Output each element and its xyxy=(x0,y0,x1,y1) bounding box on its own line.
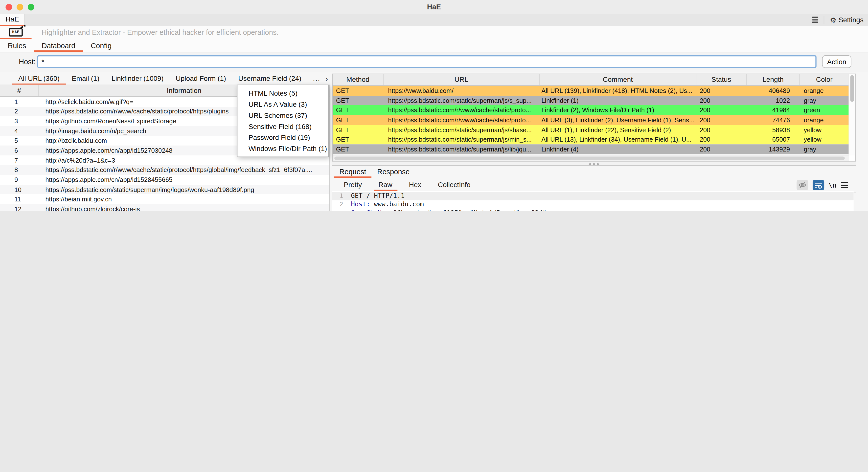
row-number: 8 xyxy=(0,167,39,173)
tab-response[interactable]: Response xyxy=(372,166,415,178)
editor-menu-icon[interactable] xyxy=(841,182,848,188)
row-url: http://bzclk.baidu.com xyxy=(39,137,107,144)
hae-logo-tab[interactable]: HAE xyxy=(0,26,32,39)
data-tab-email-1[interactable]: Email (1) xyxy=(65,72,105,85)
cell-url: https://pss.bdstatic.com/static/superman… xyxy=(383,136,539,143)
request-table-vscrollbar[interactable] xyxy=(849,74,856,156)
row-url: https://github.com/RonenNess/ExpiredStor… xyxy=(39,118,176,125)
extension-tabbar: HaE ⚙ Settings xyxy=(0,14,868,27)
tab-request[interactable]: Request xyxy=(334,166,372,178)
cell-method: GET xyxy=(333,136,383,143)
tab-rules[interactable]: Rules xyxy=(0,39,34,53)
tab-collectinfo[interactable]: CollectInfo xyxy=(433,178,475,192)
row-number: 6 xyxy=(0,147,39,154)
menu-item-password-field-19[interactable]: Password Field (19) xyxy=(238,132,328,143)
titlebar: HaE xyxy=(0,0,868,14)
request-table-hscrollbar[interactable] xyxy=(333,155,849,161)
cell-length: 1022 xyxy=(747,97,800,104)
format-bar-icons: \n xyxy=(796,180,848,191)
request-row[interactable]: GEThttps://pss.bdstatic.com/static/super… xyxy=(333,135,849,144)
cell-url: https://pss.bdstatic.com/static/superman… xyxy=(383,146,539,153)
cell-length: 58938 xyxy=(747,127,800,133)
right-panel: MethodURLCommentStatusLengthColor GEThtt… xyxy=(332,72,868,211)
column-header-number[interactable]: # xyxy=(0,85,39,96)
table-row[interactable]: 10https://pss.bdstatic.com/static/superm… xyxy=(0,184,330,194)
column-header-method[interactable]: Method xyxy=(333,74,383,85)
data-tab-username-field-24[interactable]: Username Field (24) xyxy=(232,72,307,85)
overflow-arrow-icon[interactable]: › xyxy=(326,74,328,83)
newline-toggle[interactable]: \n xyxy=(829,181,836,189)
menu-item-url-as-a-value-3[interactable]: URL As A Value (3) xyxy=(238,99,328,110)
cell-status: 200 xyxy=(696,87,747,94)
tabbar-right: ⚙ Settings xyxy=(812,14,864,26)
column-header-url[interactable]: URL xyxy=(383,74,539,85)
request-table-rows: GEThttps://www.baidu.com/All URL (139), … xyxy=(333,86,849,154)
row-number: 11 xyxy=(0,196,39,203)
column-header-comment[interactable]: Comment xyxy=(540,74,696,85)
column-header-length[interactable]: Length xyxy=(747,74,800,85)
request-editor[interactable]: 1GET / HTTP/1.12Host: www.baidu.com3Sec-… xyxy=(332,191,854,211)
cell-color: yellow xyxy=(800,136,849,143)
cell-comment: All URL (139), Linkfinder (418), HTML No… xyxy=(540,87,696,94)
request-row[interactable]: GEThttps://pss.bdstatic.com/r/www/cache/… xyxy=(333,115,849,125)
request-row[interactable]: GEThttps://pss.bdstatic.com/r/www/cache/… xyxy=(333,105,849,115)
row-url: https://apps.apple.com/cn/app/id15284556… xyxy=(39,176,173,183)
hae-logo-pixels xyxy=(22,26,23,28)
column-header-status[interactable]: Status xyxy=(696,74,747,85)
tagline: Highlighter and Extractor - Empower ethi… xyxy=(41,26,279,39)
dock-icon[interactable] xyxy=(812,16,818,23)
panel-splitter[interactable] xyxy=(332,162,856,166)
data-type-tabs: All URL (360)Email (1)Linkfinder (1009)U… xyxy=(0,72,330,85)
row-url: http://image.baidu.com/n/pc_search xyxy=(39,128,146,134)
action-button[interactable]: Action xyxy=(822,55,851,68)
row-url: https://apps.apple.com/cn/app/id15270302… xyxy=(39,147,173,154)
request-row[interactable]: GEThttps://www.baidu.com/All URL (139), … xyxy=(333,86,849,96)
data-tab-linkfinder-1009[interactable]: Linkfinder (1009) xyxy=(105,72,169,85)
cell-status: 200 xyxy=(696,146,747,153)
menu-item-url-schemes-37[interactable]: URL Schemes (37) xyxy=(238,110,328,121)
request-row[interactable]: GEThttps://pss.bdstatic.com/static/super… xyxy=(333,144,849,155)
column-header-color[interactable]: Color xyxy=(800,74,849,85)
hide-nonprintable-icon[interactable] xyxy=(796,180,808,191)
cell-length: 65007 xyxy=(747,136,800,143)
table-row[interactable]: 8https://pss.bdstatic.com/r/www/cache/st… xyxy=(0,165,330,175)
table-row[interactable]: 12https://github.com/zloirock/core-js xyxy=(0,204,330,211)
cell-url: https://pss.bdstatic.com/static/superman… xyxy=(383,97,539,104)
tab-hae[interactable]: HaE xyxy=(0,14,25,26)
banner: HAE Highlighter and Extractor - Empower … xyxy=(0,26,868,40)
row-number: 1 xyxy=(0,98,39,105)
cell-comment: Linkfinder (4) xyxy=(540,146,696,153)
menu-item-html-notes-5[interactable]: HTML Notes (5) xyxy=(238,88,328,99)
tab-databoard[interactable]: Databoard xyxy=(34,39,83,53)
viewer-tabs: RequestResponse xyxy=(332,166,415,178)
cell-method: GET xyxy=(333,97,383,104)
row-number: 3 xyxy=(0,118,39,125)
line-number: 2 xyxy=(332,200,343,209)
cell-color: orange xyxy=(800,87,849,94)
overflow-ellipsis-icon[interactable]: ... xyxy=(313,75,320,82)
data-tab-upload-form-1[interactable]: Upload Form (1) xyxy=(169,72,232,85)
cell-comment: All URL (3), Linkfinder (2), Username Fi… xyxy=(540,116,696,123)
request-table-header: MethodURLCommentStatusLengthColor xyxy=(333,74,849,86)
module-tabs: RulesDataboardConfig xyxy=(0,39,868,53)
tab-config[interactable]: Config xyxy=(83,39,119,53)
menu-item-sensitive-field-168[interactable]: Sensitive Field (168) xyxy=(238,121,328,132)
data-tab-all-url-360[interactable]: All URL (360) xyxy=(12,72,65,85)
request-row[interactable]: GEThttps://pss.bdstatic.com/static/super… xyxy=(333,125,849,135)
settings-button[interactable]: ⚙ Settings xyxy=(830,16,864,24)
tab-pretty[interactable]: Pretty xyxy=(339,178,367,192)
cell-url: https://pss.bdstatic.com/r/www/cache/sta… xyxy=(383,116,539,123)
host-input[interactable] xyxy=(37,55,816,68)
header-value: "Chromium";v="125", "Not.A/Brand";v="24" xyxy=(389,209,546,211)
row-number: 12 xyxy=(0,206,39,211)
table-row[interactable]: 9https://apps.apple.com/cn/app/id1528455… xyxy=(0,175,330,184)
menu-item-windows-file-dir-path-1[interactable]: Windows File/Dir Path (1) xyxy=(238,143,328,155)
tab-raw[interactable]: Raw xyxy=(373,178,397,192)
table-row[interactable]: 11https://beian.miit.gov.cn xyxy=(0,195,330,204)
row-number: 2 xyxy=(0,108,39,115)
word-wrap-icon[interactable] xyxy=(812,180,824,191)
cell-comment: Linkfinder (2), Windows File/Dir Path (1… xyxy=(540,107,696,114)
cell-method: GET xyxy=(333,116,383,123)
request-row[interactable]: GEThttps://pss.bdstatic.com/static/super… xyxy=(333,96,849,105)
tab-hex[interactable]: Hex xyxy=(404,178,426,192)
